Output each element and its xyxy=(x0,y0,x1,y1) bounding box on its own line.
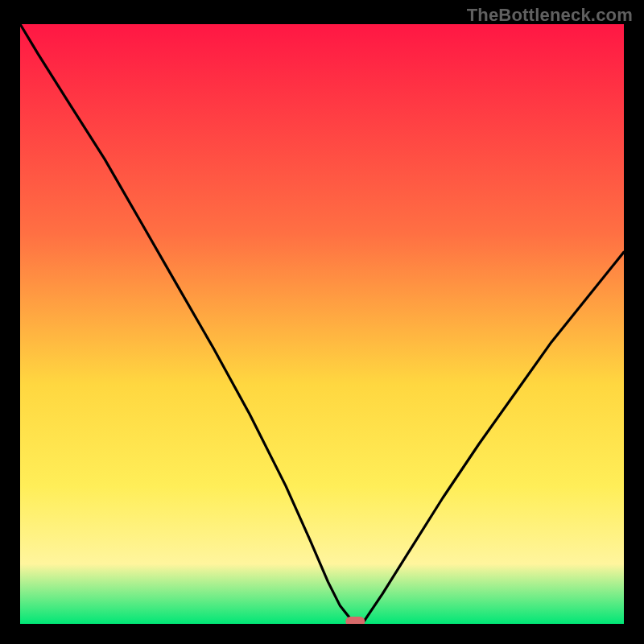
watermark-text: TheBottleneck.com xyxy=(467,5,633,26)
optimal-marker xyxy=(345,617,365,624)
gradient-background xyxy=(20,24,624,624)
plot-svg xyxy=(20,24,624,624)
plot-frame xyxy=(20,24,624,624)
chart-container: TheBottleneck.com xyxy=(0,0,644,644)
